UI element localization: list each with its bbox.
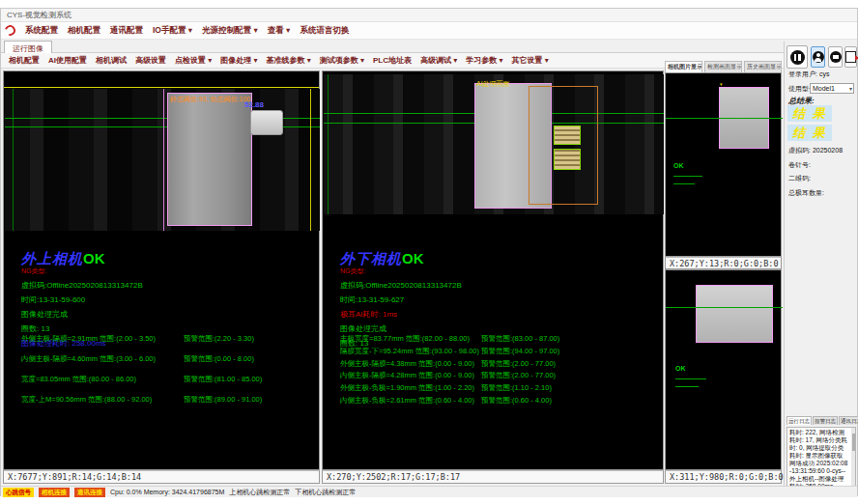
pause-icon [790,50,805,65]
roi-yellow-line [310,89,311,231]
menu-language-switch[interactable]: 系统语言切换 [300,25,349,37]
measurement-warn-range: 预警范围:(94.00 - 97.00) [481,347,559,356]
measurement-value: 外侧主极-隔膜=4.38mm 范围:(0.00 - 9.00) [340,359,474,368]
mini-green-line [675,386,699,387]
measurement-list-lower: 主极宽度=83.77mm 范围:(82.00 - 88.00) 预警范围:(83… [340,334,673,408]
tool-learning-params[interactable]: 学习参数 ▾ [466,55,502,66]
camera-image-lower: AI处理画面 [324,74,664,214]
pixel-coords-bottom-preview: X:311;Y:980;R:0;G:0;B:0 [665,470,782,484]
qr-code-label: 二维码: [788,174,811,183]
roi-pink-line [163,89,164,231]
tool-advanced-debug[interactable]: 高级调试 ▾ [420,55,457,66]
camera-link-badge: 相机连接 [39,488,70,497]
preview-view-bottom[interactable]: OK [665,269,782,470]
exit-button[interactable] [844,46,857,68]
measurement-value: 主极宽度=83.77mm 范围:(82.00 - 88.00) [340,334,470,343]
result-badge-upper: 结 果 [787,105,832,122]
menu-light-config[interactable]: 光源控制配置 ▾ [202,25,258,37]
ai-frame-label: AI处理画面 [476,79,510,89]
tab-run-image[interactable]: 运行图像 [4,41,52,53]
measurement-value: 隔膜宽度-下=95.24mm 范围:(93.00 - 98.00) [340,347,479,355]
time-line: 时间:13-31-59-627 [340,294,630,305]
log-tab-alarm[interactable]: 报警日志 [813,416,838,425]
camera-view-upper[interactable]: 静态阈值:93, 动态阈值:100 52.88 外上相机OK NG类型: 虚拟码… [3,70,320,470]
tool-camera-debug[interactable]: 相机调试 [96,55,127,66]
login-user-label: 登录用户: [788,70,817,77]
measurement-row: 内侧主极-隔膜=4.28mm 范围:(0.00 - 9.00) 预警范围:(2.… [340,371,673,383]
menu-comm-config[interactable]: 通讯配置 [110,25,143,37]
upper-camera-heartbeat-status: 上相机心跳检测正常 [229,488,290,497]
camera-view-lower[interactable]: AI处理画面 外下相机OK NG类型: 虚拟码:Offline202502081… [322,70,664,470]
pixel-coords-top-preview: X:267;Y:13;R:0;G:0;B:0 [665,257,782,269]
tool-image-processing[interactable]: 图像处理 ▾ [220,55,257,66]
measurement-row: 隔膜宽度-下=95.24mm 范围:(93.00 - 98.00) 预警范围:(… [340,347,673,359]
exit-icon [845,51,856,63]
status-ok: OK [402,250,424,266]
heartbeat-badge: 心跳信号 [3,488,34,497]
process-done-line: 图像处理完成 [340,323,630,334]
model-select[interactable]: Model1 ▾ [810,83,854,94]
measurement-row: 外侧主极-负极=1.90mm 范围:(1.00 - 2.20) 预警范围:(1.… [340,383,673,396]
virtual-code-line: 虚拟码:Offline2025020813313472B [340,280,630,291]
rtab-camera-image[interactable]: 相机图片显示 [665,61,702,72]
tab-bar: 运行图像 [1,40,784,53]
tool-plc-address-table[interactable]: PLC地址表 [373,55,412,66]
mini-green-line [666,118,783,119]
log-tab-run[interactable]: 运行日志 [786,416,812,425]
measurement-row: 宽度=83.05mm 范围:(80.00 - 86.00) 预警范围:(81.0… [21,375,316,395]
menu-camera-config[interactable]: 相机配置 [68,25,100,37]
measurement-value: 外侧主极-负极=1.90mm 范围:(1.00 - 2.20) [340,383,474,392]
camera-image-upper: 静态阈值:93, 动态阈值:100 52.88 [5,89,320,231]
edge-green-line [328,74,329,214]
measurement-value: 宽度-上M=90.56mm 范围:(88.00 - 92.00) [21,395,152,404]
rtab-history-frame[interactable]: 历史画面显示 [744,61,782,72]
pixel-coords-upper: X:7677;Y:891;R:14;G:14;B:14 [3,470,320,484]
ai-cost-line: 极耳AI耗时: 1ms [340,309,630,320]
log-output[interactable]: 耗时: 222, 网络检测耗时: 17, 网络分类耗时: 0, 网络提取分类耗时… [786,427,856,487]
tool-other-settings[interactable]: 其它设置 ▾ [512,55,549,66]
measurement-value: 内侧主极-负极=2.61mm 范围:(0.60 - 4.00) [340,396,474,405]
window-title: CYS-视觉检测系统 [7,11,72,19]
pixel-coords-lower: X:270;Y:2502;R:17;G:17;B:17 [322,470,664,484]
tool-camera-config[interactable]: 相机配置 [9,55,40,66]
mini-status-ok: OK [675,365,686,372]
measurement-list-upper: 外侧主极-隔膜=2.91mm 范围:(2.00 - 3.50) 预警范围:(2.… [21,334,316,415]
tool-test-params[interactable]: 测试项参数 ▾ [320,55,364,66]
log-scrollbar[interactable] [851,428,855,486]
log-tabs: 运行日志 报警日志 通讯日志 [786,416,856,425]
lower-camera-heartbeat-status: 下相机心跳检测正常 [295,488,356,497]
mini-green-line [666,307,783,308]
cpu-memory-status: Cpu: 0.0% Memory: 3424.41796875M [110,489,224,495]
measurement-warn-range: 预警范围:(89.00 - 91.00) [184,395,262,405]
preview-view-top[interactable]: ▾ OK [665,72,782,257]
log-tab-comm[interactable]: 通讯日志 [839,416,858,425]
log-text: 耗时: 222, 网络检测耗时: 17, 网络分类耗时: 0, 网络提取分类耗时… [789,429,847,487]
measurement-value: 内侧主极-隔膜=4.60mm 范围:(3.00 - 6.00) [21,354,156,363]
tool-advanced-settings[interactable]: 高级设置 [135,55,166,66]
tool-ai-usage-config[interactable]: AI使用配置 [48,55,87,66]
tool-spot-check[interactable]: 点检设置 ▾ [175,55,212,66]
mini-status-ok: OK [673,162,684,169]
pause-button[interactable] [786,45,808,69]
mini-green-line [673,183,695,184]
login-user-value: cys [819,70,830,77]
chevron-down-icon: ▾ [849,85,852,92]
status-bar: 心跳信号 相机连接 通讯连接 Cpu: 0.0% Memory: 3424.41… [1,486,857,497]
monitor-button[interactable] [828,46,843,68]
menu-bar: 系统配置 相机配置 通讯配置 IO手配置 ▾ 光源控制配置 ▾ 查看 ▾ 系统语… [1,22,857,40]
mini-roll-region [696,285,773,343]
user-button[interactable] [811,46,825,68]
menu-io-config[interactable]: IO手配置 ▾ [153,25,192,37]
camera-name: 外下相机 [340,250,402,266]
baseline-yellow-line [4,87,319,88]
rtab-detect-frame[interactable]: 检测画面显示 [704,61,742,72]
tool-baseline-params[interactable]: 基准线参数 ▾ [267,55,311,66]
menu-system-config[interactable]: 系统配置 [25,25,58,37]
measurement-warn-range: 预警范围:(2.00 - 77.00) [481,371,556,380]
virtual-code-line: 虚拟码:Offline2025020813313472B [21,280,311,291]
tab-electrode-blob [554,149,581,170]
menu-view[interactable]: 查看 ▾ [268,25,291,37]
app-window: CYS-视觉检测系统 系统配置 相机配置 通讯配置 IO手配置 ▾ 光源控制配置… [0,8,858,496]
mini-green-line [673,176,702,177]
right-view-tabs: 相机图片显示 检测画面显示 历史画面显示 [665,61,782,72]
